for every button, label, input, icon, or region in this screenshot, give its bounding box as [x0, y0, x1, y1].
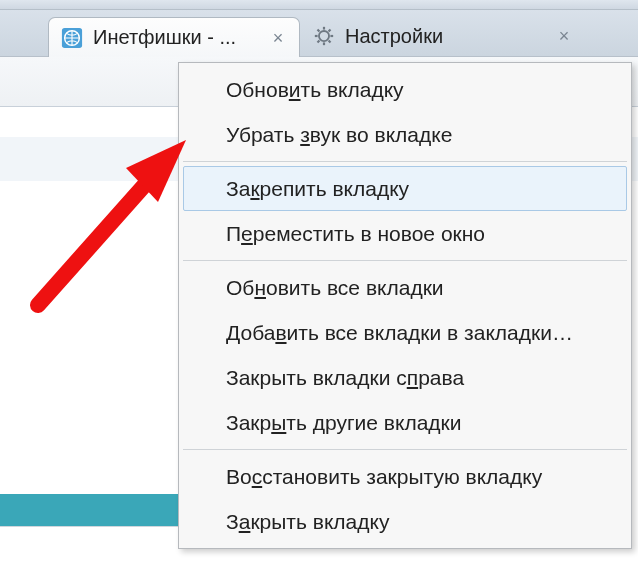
svg-line-10: [329, 29, 331, 31]
menu-bookmark-all[interactable]: Добавить все вкладки в закладки…: [183, 310, 627, 355]
tab-title: Настройки: [345, 25, 547, 48]
svg-point-2: [319, 31, 329, 41]
menu-reload-all[interactable]: Обновить все вкладки: [183, 265, 627, 310]
tab-inactive[interactable]: Настройки ×: [300, 16, 586, 56]
menu-move-new-window[interactable]: Переместить в новое окно: [183, 211, 627, 256]
close-icon[interactable]: ×: [555, 27, 573, 45]
content-bottom-band: [0, 526, 180, 564]
menu-label: Убрать звук во вкладке: [226, 123, 452, 147]
tab-strip: Инетфишки - ... ×: [0, 10, 638, 57]
menu-undo-close[interactable]: Восстановить закрытую вкладку: [183, 454, 627, 499]
menu-label: Восстановить закрытую вкладку: [226, 465, 542, 489]
menu-label: Добавить все вкладки в закладки…: [226, 321, 573, 345]
svg-line-8: [329, 41, 331, 43]
menu-label: Обновить вкладку: [226, 78, 404, 102]
menu-label: Закрыть вкладку: [226, 510, 389, 534]
tab-context-menu: Обновить вкладку Убрать звук во вкладке …: [178, 62, 632, 549]
menu-separator: [183, 449, 627, 450]
menu-pin-tab[interactable]: Закрепить вкладку: [183, 166, 627, 211]
gear-icon: [313, 25, 335, 47]
menu-close-tab[interactable]: Закрыть вкладку: [183, 499, 627, 544]
menu-label: Переместить в новое окно: [226, 222, 485, 246]
window-titlebar: [0, 0, 638, 10]
menu-close-others[interactable]: Закрыть другие вкладки: [183, 400, 627, 445]
menu-label: Обновить все вкладки: [226, 276, 444, 300]
menu-mute-tab[interactable]: Убрать звук во вкладке: [183, 112, 627, 157]
menu-separator: [183, 260, 627, 261]
menu-label: Закрыть другие вкладки: [226, 411, 462, 435]
tab-title: Инетфишки - ...: [93, 26, 261, 49]
content-accent-band: [0, 494, 180, 526]
globe-icon: [61, 27, 83, 49]
close-icon[interactable]: ×: [269, 29, 287, 47]
menu-close-right[interactable]: Закрыть вкладки справа: [183, 355, 627, 400]
menu-separator: [183, 161, 627, 162]
menu-label: Закрыть вкладки справа: [226, 366, 464, 390]
tab-active[interactable]: Инетфишки - ... ×: [48, 17, 300, 57]
menu-label: Закрепить вкладку: [226, 177, 409, 201]
svg-line-9: [317, 41, 319, 43]
menu-reload-tab[interactable]: Обновить вкладку: [183, 67, 627, 112]
svg-line-7: [317, 29, 319, 31]
